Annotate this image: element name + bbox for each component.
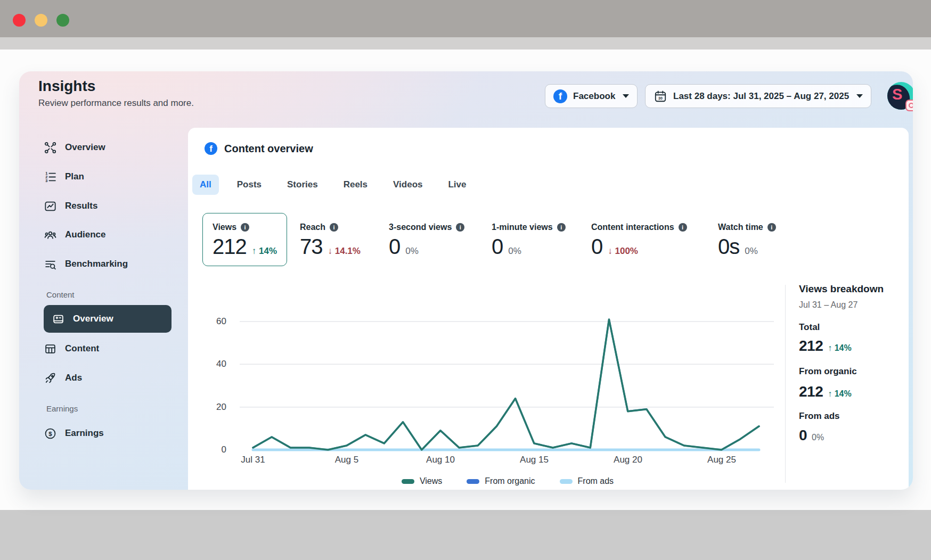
sidebar-item-plan[interactable]: 123 Plan bbox=[44, 166, 84, 188]
facebook-icon: f bbox=[553, 89, 567, 103]
x-axis-tick: Aug 15 bbox=[520, 455, 549, 465]
metric-watch-time[interactable]: Watch timei 0s 0% bbox=[718, 213, 776, 266]
chevron-down-icon bbox=[856, 94, 863, 98]
breakdown-row-value: 212 ↑ 14% bbox=[799, 383, 852, 400]
network-nodes-icon bbox=[44, 141, 57, 154]
sidebar-section-content: Content bbox=[46, 290, 75, 299]
window-zoom-button[interactable] bbox=[56, 14, 69, 27]
svg-text:30: 30 bbox=[658, 96, 663, 100]
metric-reach[interactable]: Reachi 73 ↓ 14.1% bbox=[300, 213, 361, 266]
breakdown-date-range: Jul 31 – Aug 27 bbox=[799, 300, 858, 310]
list-search-icon bbox=[44, 258, 57, 271]
metric-3-second-views[interactable]: 3-second viewsi 0 0% bbox=[389, 213, 464, 266]
insights-app-card: Insights Review performance results and … bbox=[19, 71, 913, 490]
chart-legend: Views From organic From ads bbox=[239, 476, 777, 486]
tab-posts[interactable]: Posts bbox=[230, 175, 269, 195]
svg-text:$: $ bbox=[48, 430, 52, 437]
breakdown-row-value: 0 0% bbox=[799, 427, 824, 444]
window-titlebar bbox=[0, 0, 931, 37]
sidebar-item-overview[interactable]: Overview bbox=[44, 136, 105, 159]
breakdown-row-label: Total bbox=[799, 322, 820, 333]
info-icon[interactable]: i bbox=[330, 223, 338, 232]
browser-toolbar-strip bbox=[0, 37, 931, 50]
date-range-button[interactable]: 30 Last 28 days: Jul 31, 2025 – Aug 27, … bbox=[645, 84, 871, 108]
views-series-swatch bbox=[402, 479, 414, 484]
content-panel: f Content overview All Posts Stories Ree… bbox=[188, 128, 909, 490]
chart-box-icon bbox=[44, 200, 57, 213]
metric-1-minute-views[interactable]: 1-minute viewsi 0 0% bbox=[492, 213, 566, 266]
window-minimize-button[interactable] bbox=[35, 14, 47, 27]
chevron-down-icon bbox=[623, 94, 629, 98]
y-axis-tick: 40 bbox=[199, 359, 226, 369]
x-axis-tick: Aug 5 bbox=[335, 455, 358, 465]
sidebar-item-benchmarking[interactable]: Benchmarking bbox=[44, 253, 128, 275]
tab-live[interactable]: Live bbox=[440, 175, 473, 195]
numbered-list-icon: 123 bbox=[44, 170, 57, 184]
instagram-badge-icon bbox=[905, 100, 913, 111]
x-axis-tick: Jul 31 bbox=[241, 455, 265, 465]
platform-selector-label: Facebook bbox=[573, 91, 615, 102]
avatar-initial: S bbox=[892, 86, 902, 103]
tab-stories[interactable]: Stories bbox=[280, 175, 325, 195]
x-axis-tick: Aug 20 bbox=[614, 455, 642, 465]
page-subtitle: Review performance results and more. bbox=[38, 98, 194, 109]
window-close-button[interactable] bbox=[13, 14, 26, 27]
legend-item-from-organic: From organic bbox=[467, 476, 535, 486]
info-icon[interactable]: i bbox=[767, 223, 776, 232]
info-icon[interactable]: i bbox=[456, 223, 464, 232]
sidebar-item-content[interactable]: Content bbox=[44, 337, 99, 360]
breakdown-row-label: From organic bbox=[799, 366, 857, 377]
footer-bar bbox=[0, 510, 931, 560]
metric-views[interactable]: Viewsi 212 ↑ 14% bbox=[202, 213, 287, 266]
breakdown-divider bbox=[785, 285, 786, 483]
table-grid-icon bbox=[44, 342, 57, 356]
content-overview-heading: Content overview bbox=[224, 143, 313, 155]
breakdown-row-value: 212 ↑ 14% bbox=[799, 337, 852, 355]
account-avatar[interactable]: S bbox=[887, 82, 913, 110]
sidebar-item-results[interactable]: Results bbox=[44, 195, 97, 217]
info-icon[interactable]: i bbox=[557, 223, 566, 232]
rocket-icon bbox=[44, 372, 57, 385]
x-axis-tick: Aug 25 bbox=[707, 455, 736, 465]
legend-item-views: Views bbox=[402, 476, 442, 486]
y-axis-tick: 0 bbox=[199, 444, 226, 455]
sidebar-item-audience[interactable]: Audience bbox=[44, 224, 106, 246]
sidebar-section-earnings: Earnings bbox=[46, 404, 78, 413]
sidebar-item-ads[interactable]: Ads bbox=[44, 367, 82, 389]
content-card-icon bbox=[52, 312, 65, 326]
organic-series-swatch bbox=[467, 479, 479, 484]
date-range-label: Last 28 days: Jul 31, 2025 – Aug 27, 202… bbox=[673, 91, 849, 102]
svg-text:3: 3 bbox=[45, 178, 47, 183]
people-icon bbox=[44, 228, 57, 242]
y-axis-tick: 60 bbox=[199, 316, 226, 327]
tab-videos[interactable]: Videos bbox=[386, 175, 430, 195]
ads-series-swatch bbox=[560, 479, 573, 484]
y-axis-tick: 20 bbox=[199, 402, 226, 413]
info-icon[interactable]: i bbox=[241, 223, 249, 232]
sidebar-item-content-overview[interactable]: Overview bbox=[44, 305, 172, 333]
calendar-icon: 30 bbox=[654, 89, 667, 103]
facebook-icon: f bbox=[205, 142, 217, 155]
dollar-circle-icon: $ bbox=[44, 427, 57, 440]
tab-all[interactable]: All bbox=[192, 175, 219, 195]
tab-reels[interactable]: Reels bbox=[336, 175, 375, 195]
breakdown-row-label: From ads bbox=[799, 411, 840, 422]
page-title: Insights bbox=[38, 78, 95, 95]
metric-content-interactions[interactable]: Content interactionsi 0 ↓ 100% bbox=[591, 213, 687, 266]
breakdown-title: Views breakdown bbox=[799, 283, 884, 295]
views-chart-svg bbox=[239, 309, 777, 463]
content-type-tabs: All Posts Stories Reels Videos Live bbox=[192, 175, 474, 195]
platform-selector-button[interactable]: f Facebook bbox=[545, 84, 638, 108]
x-axis-tick: Aug 10 bbox=[426, 455, 455, 465]
sidebar-item-earnings[interactable]: $ Earnings bbox=[44, 422, 104, 444]
info-icon[interactable]: i bbox=[679, 223, 687, 232]
legend-item-from-ads: From ads bbox=[560, 476, 614, 486]
